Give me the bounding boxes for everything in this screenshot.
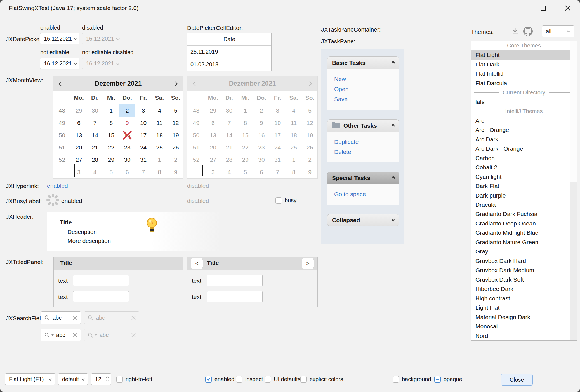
theme-item[interactable]: Gruvbox Dark Soft bbox=[471, 275, 577, 284]
calendar-day[interactable]: 7 bbox=[135, 166, 152, 178]
theme-item[interactable]: High contrast bbox=[471, 294, 577, 303]
close-window-button[interactable] bbox=[561, 2, 574, 14]
text-input[interactable] bbox=[73, 291, 129, 302]
taskpane-header-basic-tasks[interactable]: Basic Tasks bbox=[327, 56, 399, 69]
calendar-day[interactable]: 7 bbox=[87, 117, 103, 129]
calendar-day-selected[interactable]: 2 bbox=[119, 104, 135, 117]
checkbox-right-to-left[interactable]: right-to-left bbox=[116, 376, 152, 383]
search-input-value[interactable]: abc bbox=[56, 332, 70, 338]
theme-item[interactable]: lafs bbox=[471, 97, 577, 106]
theme-item[interactable]: Nord bbox=[471, 331, 577, 340]
theme-item[interactable]: Material Design Dark bbox=[471, 312, 577, 322]
table-row[interactable]: 01.02.2018 bbox=[187, 58, 271, 71]
combobox-arrow-button[interactable] bbox=[564, 26, 574, 37]
taskpane-header-other-tasks[interactable]: Other Tasks bbox=[327, 119, 399, 132]
theme-item[interactable]: Dark purple bbox=[471, 191, 577, 200]
download-icon[interactable] bbox=[511, 27, 519, 35]
checkbox-enabled[interactable]: enabled bbox=[205, 376, 234, 383]
calendar-day[interactable]: 21 bbox=[87, 141, 103, 154]
calendar-day[interactable]: 8 bbox=[151, 166, 168, 178]
calendar-day[interactable]: 18 bbox=[151, 129, 168, 141]
taskpane-link-new[interactable]: New bbox=[334, 76, 399, 82]
calendar-day[interactable]: 29 bbox=[103, 154, 119, 166]
calendar-day[interactable]: 1 bbox=[103, 104, 119, 117]
calendar-day[interactable]: 5 bbox=[103, 166, 119, 178]
text-input[interactable] bbox=[207, 291, 263, 302]
calendar-day[interactable]: 3 bbox=[71, 166, 87, 178]
calendar-day[interactable]: 11 bbox=[151, 117, 168, 129]
theme-item[interactable]: Gradianto Dark Fuchsia bbox=[471, 209, 577, 218]
theme-item[interactable]: Gruvbox Dark Medium bbox=[471, 265, 577, 275]
checkbox-box[interactable] bbox=[275, 197, 282, 204]
combobox-arrow-button[interactable] bbox=[45, 374, 55, 385]
searchfield-with-menu-enabled[interactable]: abc bbox=[41, 329, 81, 341]
theme-item[interactable]: Monocai bbox=[471, 322, 577, 331]
checkbox-box[interactable] bbox=[205, 376, 212, 383]
spinner-value[interactable]: 12 bbox=[91, 374, 103, 385]
scrollbar-thumb[interactable] bbox=[570, 41, 577, 182]
clear-search-icon[interactable] bbox=[73, 333, 77, 338]
calendar-day[interactable]: 9 bbox=[168, 166, 184, 178]
table-row[interactable]: 25.11.2019 bbox=[187, 46, 271, 58]
font-size-spinner[interactable]: 12 bbox=[91, 373, 111, 385]
taskpane-link-delete[interactable]: Delete bbox=[334, 149, 399, 155]
themes-list[interactable]: Core ThemesFlat LightFlat DarkFlat Intel… bbox=[471, 41, 577, 341]
theme-item[interactable]: Gradianto Deep Ocean bbox=[471, 219, 577, 228]
datepicker-value[interactable]: 16.12.2021 bbox=[40, 33, 72, 44]
calendar-day[interactable]: 4 bbox=[151, 104, 168, 117]
checkbox-box[interactable] bbox=[393, 376, 399, 383]
taskpane-header-collapsed[interactable]: Collapsed bbox=[327, 214, 399, 226]
font-combobox[interactable]: default bbox=[58, 373, 88, 385]
maximize-button[interactable] bbox=[537, 2, 550, 14]
datepicker-enabled[interactable]: 16.12.2021 bbox=[40, 33, 79, 44]
checkbox-background[interactable]: background bbox=[393, 376, 431, 383]
calendar-day[interactable]: 22 bbox=[103, 141, 119, 154]
calendar-day[interactable]: 12 bbox=[168, 117, 184, 129]
theme-item[interactable]: Flat IntelliJ bbox=[471, 69, 577, 78]
calendar-day[interactable]: 15 bbox=[103, 129, 119, 141]
calendar-day[interactable]: 30 bbox=[119, 154, 135, 166]
checkbox-explicit-colors[interactable]: explicit colors bbox=[300, 376, 343, 383]
calendar-day[interactable]: 4 bbox=[87, 166, 103, 178]
calendar-day[interactable]: 5 bbox=[168, 104, 184, 117]
taskpane-header-special-tasks[interactable]: Special Tasks bbox=[327, 172, 399, 184]
calendar-day[interactable]: 10 bbox=[135, 117, 152, 129]
calendar-day[interactable]: 2 bbox=[168, 154, 184, 166]
themes-filter-combobox[interactable]: all bbox=[542, 25, 574, 37]
spinner-buttons[interactable] bbox=[103, 374, 111, 385]
calendar-day[interactable]: 8 bbox=[103, 117, 119, 129]
theme-item[interactable]: Dark Flat bbox=[471, 181, 577, 191]
calendar-day[interactable]: 30 bbox=[87, 104, 103, 117]
calendar-day[interactable]: 6 bbox=[71, 117, 87, 129]
datepicker-dropdown-button[interactable] bbox=[72, 33, 79, 44]
prev-month-button[interactable] bbox=[53, 76, 69, 91]
github-icon[interactable] bbox=[523, 27, 533, 36]
theme-item[interactable]: Gray bbox=[471, 247, 577, 256]
checkbox-box[interactable] bbox=[116, 376, 123, 383]
calendar-day[interactable]: 29 bbox=[71, 104, 87, 117]
calendar-day[interactable]: 25 bbox=[151, 141, 168, 154]
text-input[interactable] bbox=[207, 275, 263, 286]
monthview-enabled[interactable]: Dezember 2021Mo.Di.Mi.Do.Fr.Sa.So.482930… bbox=[53, 76, 183, 179]
calendar-day[interactable]: 20 bbox=[71, 141, 87, 154]
titledpanel-prev-button[interactable]: < bbox=[191, 258, 203, 269]
calendar-day[interactable]: 31 bbox=[135, 154, 152, 166]
theme-item[interactable]: Gruvbox Dark Hard bbox=[471, 256, 577, 265]
theme-item[interactable]: Gradianto Nature Green bbox=[471, 237, 577, 247]
calendar-day[interactable]: 1 bbox=[151, 154, 168, 166]
theme-item[interactable]: Cobalt 2 bbox=[471, 163, 577, 172]
calendar-day[interactable]: 9 bbox=[119, 117, 135, 129]
text-input[interactable] bbox=[73, 275, 129, 286]
theme-item[interactable]: Gradianto Midnight Blue bbox=[471, 228, 577, 237]
theme-item[interactable]: Flat Darcula bbox=[471, 79, 577, 88]
calendar-day[interactable]: 14 bbox=[87, 129, 103, 141]
calendar-day[interactable]: 19 bbox=[168, 129, 184, 141]
minimize-button[interactable] bbox=[512, 2, 525, 14]
checkbox-box[interactable] bbox=[300, 376, 307, 383]
checkbox-opaque[interactable]: opaque bbox=[434, 376, 462, 383]
taskpane-link-go-to-space[interactable]: Go to space bbox=[334, 191, 399, 197]
theme-item[interactable]: Arc - Orange bbox=[471, 125, 577, 134]
checkbox-box[interactable] bbox=[434, 376, 441, 383]
calendar-day[interactable]: 13 bbox=[71, 129, 87, 141]
titledpanel-next-button[interactable]: > bbox=[302, 258, 314, 269]
